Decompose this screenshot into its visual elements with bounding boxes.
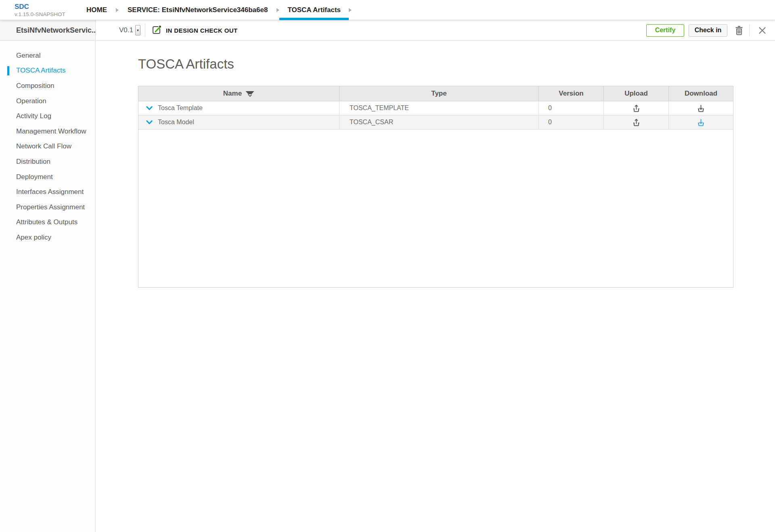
- column-header-version[interactable]: Version: [539, 86, 604, 101]
- breadcrumb-arrow-icon: [349, 8, 352, 12]
- artifact-type: TOSCA_CSAR: [339, 115, 539, 129]
- version-dropdown-stepper-icon[interactable]: ▼: [135, 25, 140, 35]
- service-name-header: EtsiNfvNetworkServic...: [0, 20, 95, 41]
- status-text: IN DESIGN CHECK OUT: [166, 27, 238, 34]
- download-icon[interactable]: [697, 118, 705, 127]
- expand-chevron-icon[interactable]: [146, 106, 153, 111]
- sidebar-item-composition[interactable]: Composition: [0, 78, 95, 94]
- workspace-toolbar: V0.1 ▼ IN DESIGN CHECK OUT Certify Check…: [96, 20, 775, 41]
- toolbar-divider: [145, 23, 145, 37]
- sidebar-item-operation[interactable]: Operation: [0, 94, 95, 109]
- column-header-upload[interactable]: Upload: [604, 86, 669, 101]
- breadcrumb-arrow-icon: [116, 8, 119, 12]
- sort-icon: [245, 91, 254, 96]
- sidebar-item-interfaces-assignment[interactable]: Interfaces Assignment: [0, 184, 95, 200]
- version-value: V0.1: [119, 26, 133, 34]
- delete-button[interactable]: [734, 25, 744, 36]
- sidebar-item-tosca-artifacts[interactable]: TOSCA Artifacts: [0, 63, 95, 79]
- sidebar-item-deployment[interactable]: Deployment: [0, 169, 95, 185]
- breadcrumb-tosca-artifacts[interactable]: TOSCA Artifacts: [279, 0, 349, 20]
- lifecycle-status: IN DESIGN CHECK OUT: [151, 25, 238, 35]
- download-icon[interactable]: [697, 104, 705, 113]
- sidebar-item-properties-assignment[interactable]: Properties Assignment: [0, 200, 95, 215]
- sidebar-item-distribution[interactable]: Distribution: [0, 154, 95, 169]
- artifact-type: TOSCA_TEMPLATE: [339, 101, 539, 115]
- table-body: Tosca Template TOSCA_TEMPLATE 0: [138, 101, 733, 129]
- breadcrumb-home[interactable]: HOME: [86, 6, 107, 14]
- breadcrumb-arrow-icon: [276, 8, 279, 12]
- main-content: TOSCA Artifacts Name Type Version Upload…: [96, 41, 775, 532]
- top-navigation-bar: SDC v.1.15.0-SNAPSHOT HOME SERVICE: Etsi…: [0, 0, 775, 20]
- breadcrumb-service[interactable]: SERVICE: EtsiNfvNetworkService346ba6e8: [128, 6, 268, 14]
- sidebar-item-attributes-outputs[interactable]: Attributes & Outputs: [0, 215, 95, 230]
- tosca-artifacts-table: Name Type Version Upload Download Tosca …: [138, 86, 733, 288]
- close-button[interactable]: [758, 27, 766, 34]
- column-header-download[interactable]: Download: [669, 86, 733, 101]
- sdc-logo[interactable]: SDC v.1.15.0-SNAPSHOT: [15, 3, 65, 18]
- artifact-name: Tosca Model: [158, 119, 194, 126]
- column-header-type[interactable]: Type: [339, 86, 539, 101]
- table-empty-area: [138, 129, 733, 287]
- sidebar-item-general[interactable]: General: [0, 48, 95, 63]
- breadcrumb: HOME SERVICE: EtsiNfvNetworkService346ba…: [86, 0, 360, 20]
- table-row: Tosca Model TOSCA_CSAR 0: [138, 115, 733, 129]
- sidebar-item-network-call-flow[interactable]: Network Call Flow: [0, 139, 95, 154]
- column-header-name[interactable]: Name: [138, 86, 339, 101]
- left-panel: EtsiNfvNetworkServic... GeneralTOSCA Art…: [0, 20, 96, 532]
- expand-chevron-icon[interactable]: [146, 120, 153, 125]
- artifact-version: 0: [539, 115, 604, 129]
- sidebar-menu: GeneralTOSCA ArtifactsCompositionOperati…: [0, 41, 95, 245]
- certify-button[interactable]: Certify: [646, 24, 684, 37]
- table-row: Tosca Template TOSCA_TEMPLATE 0: [138, 101, 733, 115]
- sidebar-item-management-workflow[interactable]: Management Workflow: [0, 124, 95, 139]
- artifact-name: Tosca Template: [158, 104, 203, 112]
- version-selector[interactable]: V0.1 ▼: [119, 25, 140, 35]
- sidebar-item-activity-log[interactable]: Activity Log: [0, 108, 95, 124]
- trash-icon: [734, 25, 744, 36]
- sidebar-item-apex-policy[interactable]: Apex policy: [0, 230, 95, 245]
- upload-icon[interactable]: [633, 104, 640, 113]
- in-design-edit-icon: [151, 25, 162, 35]
- check-in-button[interactable]: Check in: [689, 24, 727, 37]
- close-icon: [758, 27, 766, 34]
- upload-icon[interactable]: [633, 118, 640, 127]
- table-header-row: Name Type Version Upload Download: [138, 86, 733, 101]
- page-title: TOSCA Artifacts: [138, 56, 775, 73]
- sdc-logo-text: SDC: [15, 3, 65, 11]
- artifact-version: 0: [539, 101, 604, 115]
- toolbar-divider: [749, 24, 750, 36]
- sdc-build-version: v.1.15.0-SNAPSHOT: [15, 12, 65, 18]
